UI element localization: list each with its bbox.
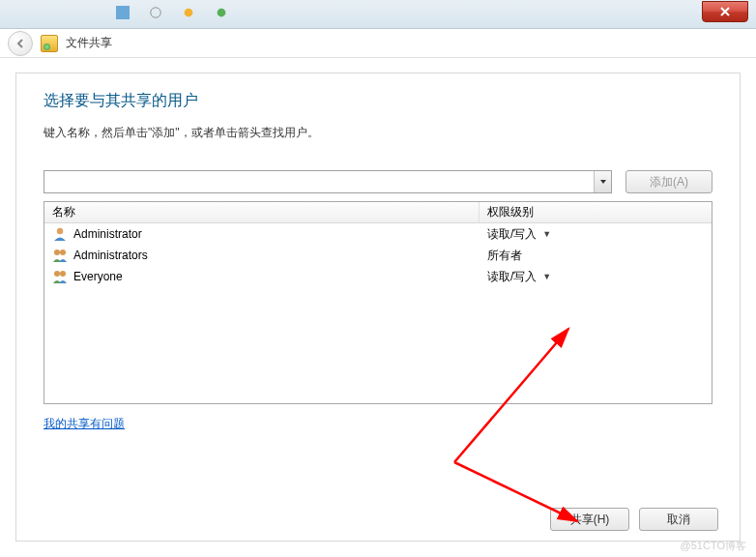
user-list-header: 名称 权限级别	[44, 202, 712, 223]
user-name-label: Everyone	[73, 270, 123, 283]
user-list: 名称 权限级别 Administrator读取/写入▼Administrator…	[44, 201, 712, 404]
user-icon	[52, 226, 68, 242]
column-header-name[interactable]: 名称	[44, 202, 480, 222]
user-permission-cell: 所有者	[483, 248, 708, 264]
dialog-footer: 共享(H) 取消	[550, 508, 718, 531]
dialog-content: 选择要与其共享的用户 键入名称，然后单击"添加"，或者单击箭头查找用户。 添加(…	[15, 73, 741, 542]
app-icon-4	[215, 6, 228, 19]
svg-point-1	[151, 8, 161, 18]
dialog-heading: 选择要与其共享的用户	[44, 91, 712, 111]
user-permission-cell[interactable]: 读取/写入▼	[483, 269, 708, 285]
users-group-icon	[52, 269, 68, 284]
svg-point-4	[57, 228, 63, 234]
app-icon-1	[116, 6, 130, 19]
users-group-icon	[52, 248, 68, 263]
column-header-permission[interactable]: 权限级别	[480, 204, 712, 220]
svg-point-8	[60, 271, 66, 277]
chevron-down-icon: ▼	[542, 229, 551, 239]
permission-label: 读取/写入	[487, 226, 537, 243]
close-icon	[719, 6, 731, 17]
svg-point-2	[185, 9, 193, 17]
cancel-button[interactable]: 取消	[639, 508, 718, 531]
combobox-dropdown-button[interactable]	[594, 171, 611, 192]
user-input[interactable]	[44, 171, 594, 192]
svg-rect-0	[116, 6, 130, 19]
dialog-instruction: 键入名称，然后单击"添加"，或者单击箭头查找用户。	[44, 125, 712, 141]
titlebar-app-icons	[116, 6, 228, 19]
user-name-label: Administrator	[73, 227, 142, 241]
chevron-down-icon	[599, 178, 607, 186]
breadcrumb-text: 文件共享	[66, 35, 112, 51]
share-button[interactable]: 共享(H)	[550, 508, 629, 531]
user-name-cell: Administrator	[48, 226, 483, 242]
back-arrow-icon	[15, 38, 26, 49]
user-row[interactable]: Administrators所有者	[44, 245, 712, 266]
user-combobox[interactable]	[44, 170, 612, 193]
user-entry-row: 添加(A)	[44, 170, 712, 193]
nav-row: 文件共享	[0, 29, 756, 58]
close-button[interactable]	[702, 1, 748, 22]
user-name-cell: Administrators	[48, 248, 483, 263]
back-button[interactable]	[8, 31, 33, 56]
app-icon-3	[182, 6, 195, 19]
svg-point-5	[54, 249, 60, 255]
folder-share-icon	[41, 35, 58, 52]
chevron-down-icon: ▼	[542, 272, 551, 281]
user-name-label: Administrators	[73, 249, 148, 262]
titlebar	[0, 0, 756, 29]
svg-point-7	[54, 271, 60, 277]
user-row[interactable]: Administrator读取/写入▼	[44, 223, 712, 245]
user-name-cell: Everyone	[48, 269, 483, 284]
add-button[interactable]: 添加(A)	[625, 170, 712, 193]
app-icon-2	[149, 6, 162, 19]
user-permission-cell[interactable]: 读取/写入▼	[483, 226, 708, 243]
user-row[interactable]: Everyone读取/写入▼	[44, 266, 712, 287]
svg-point-6	[60, 249, 66, 255]
permission-label: 读取/写入	[487, 269, 537, 285]
svg-point-3	[218, 9, 226, 17]
permission-label: 所有者	[487, 248, 522, 264]
help-link[interactable]: 我的共享有问题	[44, 417, 125, 430]
